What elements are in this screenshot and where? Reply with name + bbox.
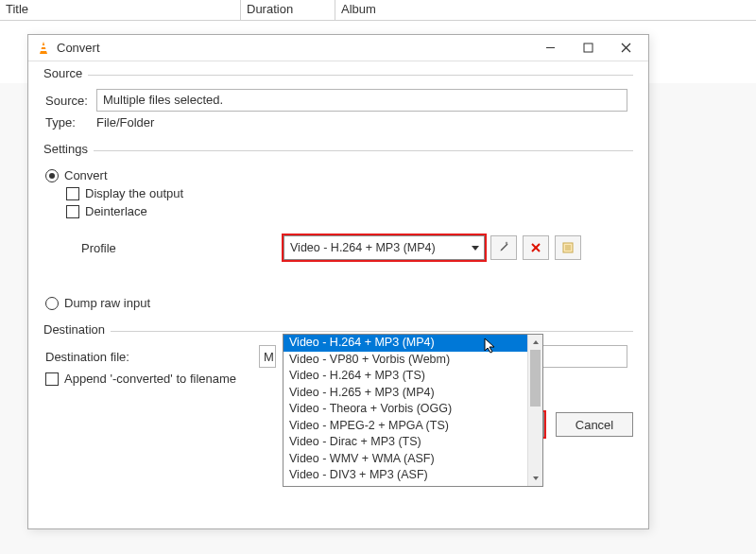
type-label: Type: xyxy=(45,115,96,130)
display-output-checkbox[interactable] xyxy=(66,187,79,200)
dropdown-item[interactable]: Video - H.264 + MP3 (TS) xyxy=(284,368,527,385)
append-converted-checkbox[interactable] xyxy=(45,372,59,386)
dropdown-item[interactable]: Video - Dirac + MP3 (TS) xyxy=(284,434,527,451)
column-duration[interactable]: Duration xyxy=(241,0,335,20)
background-column-headers: Title Duration Album xyxy=(0,0,756,21)
destination-prefix: M xyxy=(259,345,276,368)
profile-label: Profile xyxy=(81,241,284,255)
svg-rect-4 xyxy=(584,43,593,52)
svg-marker-17 xyxy=(485,338,494,353)
dropdown-item[interactable]: Audio - Vorbis (OGG) xyxy=(284,484,527,487)
dropdown-item[interactable]: Video - DIV3 + MP3 (ASF) xyxy=(284,467,527,484)
profile-dropdown-list[interactable]: Video - H.264 + MP3 (MP4) Video - VP80 +… xyxy=(283,334,543,487)
source-input[interactable]: Multiple files selected. xyxy=(96,89,627,112)
column-album[interactable]: Album xyxy=(335,0,756,20)
dropdown-item[interactable]: Video - WMV + WMA (ASF) xyxy=(284,451,527,468)
profile-select-value: Video - H.264 + MP3 (MP4) xyxy=(290,241,471,254)
display-output-label: Display the output xyxy=(85,186,183,200)
profile-select[interactable]: Video - H.264 + MP3 (MP4) xyxy=(284,235,485,260)
window-title: Convert xyxy=(57,41,531,55)
scroll-up-icon[interactable] xyxy=(528,335,542,350)
settings-legend: Settings xyxy=(43,142,94,156)
source-legend: Source xyxy=(43,66,88,80)
maximize-button[interactable] xyxy=(569,36,607,61)
edit-profile-button[interactable] xyxy=(490,235,517,260)
dropdown-scrollbar[interactable] xyxy=(527,335,542,486)
titlebar[interactable]: Convert xyxy=(28,35,648,61)
svg-rect-1 xyxy=(42,45,45,47)
close-button[interactable] xyxy=(607,36,644,61)
destination-legend: Destination xyxy=(43,322,111,337)
type-value: File/Folder xyxy=(96,115,154,130)
destination-file-label: Destination file: xyxy=(45,350,259,364)
scroll-down-icon[interactable] xyxy=(528,471,542,486)
source-group: Source Source: Multiple files selected. … xyxy=(43,75,633,139)
column-title[interactable]: Title xyxy=(0,0,241,20)
dump-raw-label: Dump raw input xyxy=(64,296,150,310)
minimize-button[interactable] xyxy=(531,36,569,61)
svg-marker-7 xyxy=(472,246,479,251)
deinterlace-checkbox[interactable] xyxy=(66,205,79,218)
chevron-down-icon xyxy=(471,241,480,255)
dump-raw-radio[interactable] xyxy=(45,297,59,310)
svg-marker-15 xyxy=(533,340,539,344)
cancel-button[interactable]: Cancel xyxy=(556,412,633,437)
delete-profile-button[interactable] xyxy=(523,235,549,260)
settings-group: Settings Convert Display the output Dein… xyxy=(43,150,633,320)
source-label: Source: xyxy=(45,94,96,108)
convert-radio-label: Convert xyxy=(64,168,108,182)
new-profile-button[interactable] xyxy=(555,235,581,260)
svg-rect-2 xyxy=(41,49,46,51)
dropdown-item[interactable]: Video - H.265 + MP3 (MP4) xyxy=(284,385,527,402)
deinterlace-label: Deinterlace xyxy=(85,204,147,218)
dropdown-item[interactable]: Video - MPEG-2 + MPGA (TS) xyxy=(284,418,527,435)
convert-dialog: Convert Source Source: Multiple files se… xyxy=(27,34,649,529)
dropdown-item[interactable]: Video - Theora + Vorbis (OGG) xyxy=(284,401,527,418)
vlc-icon xyxy=(36,41,51,56)
svg-marker-0 xyxy=(40,42,47,54)
svg-marker-16 xyxy=(533,476,539,480)
append-converted-label: Append '-converted' to filename xyxy=(64,372,236,386)
mouse-cursor-icon xyxy=(483,338,500,355)
scroll-thumb[interactable] xyxy=(530,350,541,407)
convert-radio[interactable] xyxy=(45,169,59,182)
